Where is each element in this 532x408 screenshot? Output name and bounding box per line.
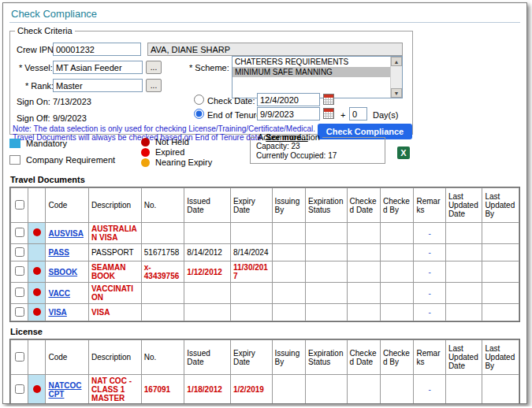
- license-table-wrap: Code Description No. Issued Date Expiry …: [9, 339, 520, 404]
- header-expiration-status: Expiration Status: [305, 188, 347, 223]
- issuing-by-cell: [272, 244, 305, 261]
- accommodation-title: Accommodation: [255, 132, 322, 142]
- description-cell: SEAMAN BOOK: [89, 261, 142, 283]
- days-input[interactable]: [349, 107, 367, 121]
- checked-date-cell: [347, 261, 380, 283]
- scheme-option-selected[interactable]: MINIMUM SAFE MANNING: [233, 67, 390, 77]
- end-of-tenure-input[interactable]: [257, 107, 320, 121]
- row-select-cell: [11, 304, 28, 321]
- scroll-down-icon[interactable]: [391, 88, 402, 98]
- calendar-icon[interactable]: [323, 94, 334, 105]
- scheme-option[interactable]: CHATERERS REQUIREMENTS: [233, 57, 390, 67]
- status-header-cell: [28, 188, 46, 223]
- rank-input[interactable]: [53, 79, 143, 92]
- page: Check Compliance Check Criteria Crew IPN…: [2, 2, 527, 404]
- vessel-input[interactable]: [53, 61, 143, 74]
- days-label: Day(s): [373, 110, 398, 120]
- row-checkbox[interactable]: [15, 247, 24, 257]
- check-date-label: Check Date:: [207, 96, 255, 106]
- check-criteria-fieldset: Check Criteria Crew IPN: * Vessel: ... *…: [9, 26, 413, 135]
- check-date-input[interactable]: [257, 93, 320, 106]
- header-code: Code: [46, 340, 89, 375]
- description-cell: PASSPORT: [89, 244, 142, 261]
- accommodation-occupied: Currently Occupied: 17: [256, 151, 385, 161]
- license-section-title: License: [10, 327, 520, 336]
- status-not-held-icon: [33, 308, 41, 316]
- code-cell: VACC: [46, 283, 89, 304]
- row-checkbox[interactable]: [15, 228, 24, 237]
- select-all-checkbox[interactable]: [15, 352, 24, 362]
- row-checkbox[interactable]: [15, 384, 24, 394]
- header-no: No.: [141, 340, 184, 375]
- vessel-browse-button[interactable]: ...: [146, 61, 162, 74]
- header-last-updated-by: Last Updated By: [482, 188, 519, 223]
- header-no: No.: [141, 188, 184, 223]
- issuing-by-cell: [272, 261, 305, 283]
- remarks-cell: -: [414, 375, 445, 405]
- code-link[interactable]: NATCOCCPT: [48, 381, 81, 399]
- row-checkbox[interactable]: [15, 287, 24, 297]
- calendar-icon[interactable]: [323, 108, 334, 119]
- header-remarks: Remarks: [414, 340, 445, 375]
- select-all-checkbox[interactable]: [15, 200, 24, 210]
- code-link[interactable]: PASS: [48, 248, 69, 257]
- description-cell: VISA: [89, 304, 142, 321]
- status-cell: [28, 244, 46, 261]
- excel-export-icon[interactable]: X: [397, 147, 410, 159]
- crew-name-field[interactable]: [147, 43, 403, 56]
- row-checkbox[interactable]: [15, 307, 24, 317]
- header-expiry-date: Expiry Date: [230, 188, 272, 223]
- legend-expired: Expired: [141, 147, 184, 157]
- rank-browse-button[interactable]: ...: [146, 79, 162, 92]
- expiration-status-cell: [305, 283, 347, 304]
- sign-off-label: Sign Off:: [17, 113, 50, 123]
- header-expiry-date: Expiry Date: [230, 340, 272, 375]
- code-link[interactable]: VACC: [48, 289, 70, 298]
- header-issued-date: Issued Date: [184, 188, 231, 223]
- issued-date-cell: [184, 304, 231, 321]
- checked-by-cell: [381, 375, 414, 405]
- status-cell: [28, 375, 46, 405]
- last-updated-date-cell: [445, 244, 482, 261]
- last-updated-date-cell: [445, 261, 482, 283]
- issued-date-cell: 8/14/2012: [184, 244, 231, 261]
- last-updated-by-cell: [482, 283, 519, 304]
- accommodation-capacity: Capacity: 23: [256, 142, 385, 151]
- no-cell: 51671758: [141, 244, 184, 261]
- code-link[interactable]: VISA: [48, 308, 66, 317]
- header-expiration-status: Expiration Status: [305, 340, 347, 375]
- select-all-cell: [11, 188, 28, 223]
- plus-label: +: [340, 110, 345, 120]
- check-criteria-legend: Check Criteria: [15, 26, 75, 35]
- scheme-scrollbar[interactable]: [390, 57, 402, 98]
- rank-label: * Rank:: [25, 81, 54, 91]
- license-table: Code Description No. Issued Date Expiry …: [10, 339, 519, 404]
- legend-nearing-expiry: Nearing Expiry: [141, 158, 212, 167]
- scheme-listbox[interactable]: CHATERERS REQUIREMENTS MINIMUM SAFE MANN…: [232, 56, 403, 98]
- last-updated-by-cell: [482, 304, 519, 321]
- code-cell: NATCOCCPT: [46, 375, 89, 405]
- check-date-radio[interactable]: [194, 95, 204, 105]
- table-row: VACC VACCINATION -: [11, 283, 519, 304]
- issuing-by-cell: [272, 223, 305, 244]
- code-link[interactable]: SBOOK: [48, 268, 77, 276]
- expiry-date-cell: [230, 304, 272, 321]
- scroll-up-icon[interactable]: [391, 57, 402, 66]
- legend-company-requirement: Company Requirement: [9, 155, 115, 165]
- end-of-tenure-radio[interactable]: [194, 109, 204, 119]
- scheme-options: CHATERERS REQUIREMENTS MINIMUM SAFE MANN…: [233, 57, 390, 98]
- header-checked-date: Checked Date: [347, 188, 380, 223]
- checked-by-cell: [381, 283, 414, 304]
- sign-on-value: 7/13/2023: [53, 97, 91, 106]
- checked-by-cell: [381, 223, 414, 244]
- header-issued-date: Issued Date: [184, 340, 231, 375]
- code-link[interactable]: AUSVISA: [48, 229, 83, 238]
- row-checkbox[interactable]: [15, 266, 24, 276]
- issuing-by-cell: [272, 304, 305, 321]
- sign-on-label: Sign On:: [17, 97, 50, 106]
- travel-documents-table-wrap: Code Description No. Issued Date Expiry …: [9, 187, 520, 322]
- checked-by-cell: [381, 261, 414, 283]
- end-of-tenure-label: End of Tenure:: [207, 110, 263, 120]
- header-remarks: Remarks: [414, 188, 445, 223]
- crew-ipn-input[interactable]: [53, 43, 141, 56]
